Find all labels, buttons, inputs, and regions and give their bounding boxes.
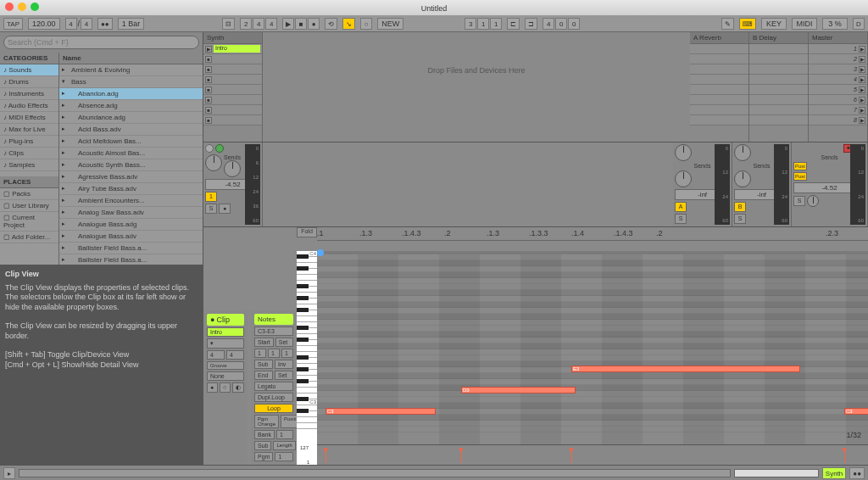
category-item[interactable]: ♪ Samples: [0, 159, 58, 171]
show-env[interactable]: ○: [220, 382, 231, 393]
scene-slot[interactable]: 2▶: [809, 54, 867, 64]
send-knob[interactable]: [734, 170, 751, 187]
loop-len-16th[interactable]: 0: [568, 18, 580, 30]
midi-note[interactable]: E3: [571, 366, 800, 372]
sig-num[interactable]: 4: [207, 350, 225, 360]
velocity-lane[interactable]: 127 1 1/32: [317, 444, 868, 465]
drop-area[interactable]: Drop Files and Devices Here: [263, 32, 690, 142]
send-b-knob[interactable]: [224, 160, 241, 177]
scene-slot[interactable]: 5▶: [809, 85, 867, 95]
velocity-marker[interactable]: [571, 449, 572, 463]
quantize-menu[interactable]: 1 Bar: [118, 18, 145, 30]
sub-button[interactable]: Sub: [254, 360, 273, 369]
solo-button[interactable]: S: [205, 204, 217, 214]
scene-slot[interactable]: 8▶: [809, 115, 867, 126]
midi-note[interactable]: D3: [461, 387, 576, 393]
loop-start-bar[interactable]: 3: [465, 18, 476, 30]
tap-button[interactable]: TAP: [3, 18, 23, 30]
metronome-button[interactable]: ●●: [97, 18, 113, 30]
loop-start-marker[interactable]: [317, 249, 324, 256]
loop-button[interactable]: ⊐: [525, 18, 537, 30]
midi-note[interactable]: C3: [326, 408, 436, 415]
loop-start-beat[interactable]: 1: [477, 18, 489, 30]
piano-key[interactable]: [297, 287, 317, 293]
post-button[interactable]: Post: [793, 172, 807, 181]
piano-key[interactable]: [297, 411, 317, 417]
record-button[interactable]: ●: [308, 18, 320, 30]
file-item[interactable]: Absence.adg: [59, 100, 203, 112]
file-item[interactable]: Abandon.adg: [59, 88, 203, 100]
scene-slot[interactable]: 3▶: [809, 64, 867, 75]
clip-stop-button[interactable]: ■: [205, 66, 212, 73]
pan-knob[interactable]: [675, 144, 692, 161]
file-item[interactable]: Analogue Bass.adv: [59, 231, 203, 243]
track-activator[interactable]: [205, 144, 214, 153]
pos-bar[interactable]: 2: [240, 18, 252, 30]
file-item[interactable]: Acid Bass.adv: [59, 124, 203, 136]
category-item[interactable]: ♪ Clips: [0, 148, 58, 159]
clip-stop-button[interactable]: ■: [205, 97, 212, 103]
loop-len-bar[interactable]: 4: [542, 18, 554, 30]
solo-button[interactable]: S: [675, 214, 687, 224]
track-header[interactable]: Synth: [203, 32, 262, 44]
file-item[interactable]: Analog Saw Bass.adv: [59, 207, 203, 219]
note-grid[interactable]: E3D3D3E3C3C3: [317, 251, 868, 444]
clip-stop-button[interactable]: ■: [205, 107, 212, 114]
dupl-loop-button[interactable]: Dupl.Loop: [254, 393, 293, 402]
new-button[interactable]: NEW: [377, 18, 403, 30]
solo-button[interactable]: S: [793, 196, 805, 206]
scrollbar[interactable]: [19, 469, 731, 477]
clip-slot[interactable]: ■: [203, 64, 262, 75]
file-item[interactable]: Acid Meltdown Bas...: [59, 136, 203, 148]
pan-knob[interactable]: [734, 144, 751, 161]
place-item[interactable]: ▢ Packs: [0, 188, 58, 200]
place-item[interactable]: ▢ Current Project: [0, 212, 58, 232]
track-button-b[interactable]: B: [734, 202, 746, 212]
midi-map-button[interactable]: MIDI: [792, 18, 817, 30]
loop-start-16th[interactable]: 1: [490, 18, 502, 30]
track-header[interactable]: B Delay: [749, 32, 808, 44]
velocity-marker[interactable]: [461, 449, 462, 463]
piano-key[interactable]: [297, 417, 317, 423]
clip[interactable]: Intro: [214, 45, 260, 53]
piano-key[interactable]: [297, 269, 317, 275]
piano-key[interactable]: [297, 358, 317, 364]
sig-numerator[interactable]: 4: [65, 18, 77, 30]
scene-play-button[interactable]: ▶: [859, 87, 865, 93]
clip-name-field[interactable]: Intro: [207, 327, 244, 337]
show-notes[interactable]: ●: [207, 382, 218, 393]
sig-denominator[interactable]: 4: [81, 18, 92, 30]
zoom-icon[interactable]: [31, 3, 39, 11]
velocity-marker[interactable]: [326, 449, 326, 463]
clip-stop-button[interactable]: ■: [205, 56, 212, 63]
category-item[interactable]: ♪ Plug-ins: [0, 136, 58, 148]
file-item[interactable]: Ambient & Evolving: [59, 64, 203, 76]
place-item[interactable]: ▢ Add Folder...: [0, 232, 58, 243]
category-item[interactable]: ♪ MIDI Effects: [0, 112, 58, 124]
punch-in-button[interactable]: ⊏: [507, 18, 520, 30]
piano-key[interactable]: [297, 346, 317, 352]
scene-play-button[interactable]: ▶: [859, 117, 865, 124]
track-number-button[interactable]: 1: [205, 192, 217, 202]
clip-stop-button[interactable]: ■: [205, 87, 212, 93]
track-header[interactable]: Master: [809, 32, 867, 44]
piano-key[interactable]: [297, 257, 317, 263]
groove-select[interactable]: None: [207, 371, 244, 381]
piano-key[interactable]: [297, 299, 317, 304]
minimize-icon[interactable]: [18, 3, 26, 11]
loop-button[interactable]: Loop: [254, 404, 293, 413]
session-record-button[interactable]: ○: [360, 18, 372, 30]
tempo-field[interactable]: 120.00: [28, 18, 60, 30]
track-button-a[interactable]: A: [675, 202, 687, 212]
close-icon[interactable]: [5, 3, 14, 11]
file-item[interactable]: Airy Tube Bass.adv: [59, 183, 203, 195]
device-name[interactable]: Synth: [822, 467, 846, 479]
solo-cue[interactable]: [215, 144, 224, 153]
piano-key[interactable]: [297, 275, 317, 281]
overview[interactable]: [734, 469, 819, 477]
timeline-ruler[interactable]: .1.1.3.1.4.3.2.1.3.1.3.3.1.4.1.4.3.2.2.3…: [317, 227, 868, 241]
scene-play-button[interactable]: ▶: [859, 56, 865, 63]
overdub-button[interactable]: ⟲: [325, 18, 337, 30]
file-item[interactable]: Ambient Encounters...: [59, 195, 203, 207]
pos-sixteenth[interactable]: 4: [265, 18, 277, 30]
